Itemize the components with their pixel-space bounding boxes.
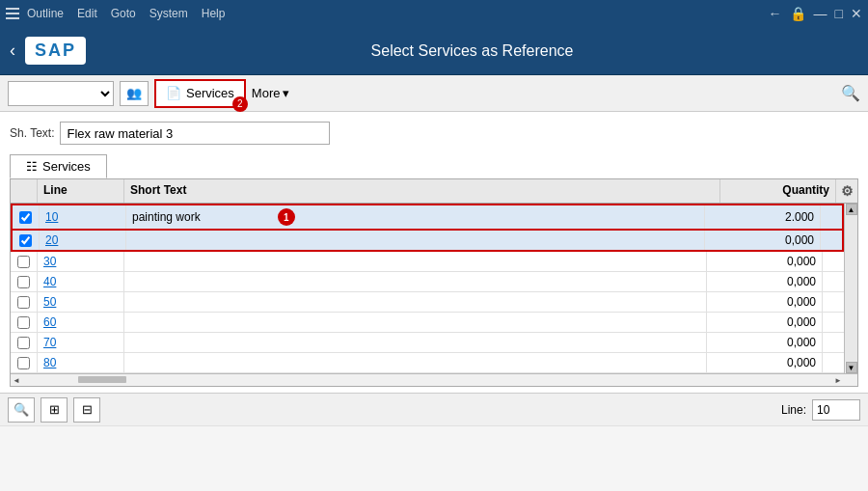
tab-label: Services (42, 159, 91, 174)
zoom-button[interactable]: 🔍 (8, 397, 35, 423)
row-5-checkbox[interactable] (17, 296, 30, 309)
horizontal-scrollbar[interactable]: ◄ ► (11, 373, 857, 386)
menu-outline[interactable]: Outline (27, 7, 64, 20)
row-2-checkbox[interactable] (19, 234, 32, 247)
services-tab[interactable]: ☷ Services (10, 154, 107, 178)
table-row: 10 painting work 1 2.000 (11, 204, 844, 231)
scroll-right-btn[interactable]: ► (834, 376, 842, 385)
window-controls: ← 🔒 — □ ✕ (769, 6, 862, 21)
grid-view-button[interactable]: ⊞ (41, 397, 68, 423)
toolbar-people-btn[interactable]: 👥 (120, 81, 149, 106)
row-1-shorttext: painting work 1 (126, 205, 705, 229)
row-1-line: 10 (40, 205, 126, 229)
row-1-quantity: 2.000 (705, 205, 821, 229)
scroll-up-btn[interactable]: ▲ (846, 204, 857, 215)
back-button[interactable]: ‹ (10, 41, 15, 61)
minimize-btn[interactable]: — (814, 6, 827, 21)
table-row: 60 0,000 (11, 313, 844, 333)
h-scroll-thumb[interactable] (78, 376, 126, 383)
scroll-left-btn[interactable]: ◄ (13, 376, 20, 385)
row-1-scroll (821, 205, 842, 229)
list-icon: ⊟ (82, 402, 93, 417)
grid-icon: ⊞ (49, 402, 60, 417)
services-badge: 2 (232, 96, 248, 112)
menu-goto[interactable]: Goto (111, 7, 136, 20)
line-input[interactable] (812, 399, 860, 421)
toolbar: 👥 📄 Services 2 More ▾ 🔍 (0, 75, 868, 112)
sh-text-label: Sh. Text: (10, 126, 54, 140)
table-row: 20 0,000 (11, 231, 844, 252)
menu-bar: Outline Edit Goto System Help (27, 7, 225, 20)
prev-window-btn[interactable]: ← (769, 6, 782, 21)
window-title: Select Services as Reference (86, 42, 858, 60)
table-row: 40 0,000 (11, 272, 844, 292)
sap-header: ‹ SAP Select Services as Reference (0, 27, 868, 75)
table-row: 50 0,000 (11, 292, 844, 313)
chevron-down-icon: ▾ (283, 86, 289, 100)
row-4-checkbox[interactable] (17, 276, 30, 288)
more-label: More (252, 86, 281, 100)
row-8-checkbox[interactable] (17, 357, 30, 369)
col-line: Line (38, 179, 124, 203)
search-button[interactable]: 🔍 (841, 84, 860, 102)
row-1-checkbox[interactable] (19, 211, 32, 224)
more-button[interactable]: More ▾ (252, 86, 290, 100)
row-2-quantity: 0,000 (705, 231, 821, 250)
table-row: 30 0,000 (11, 252, 844, 272)
menu-help[interactable]: Help (202, 7, 226, 20)
table-row: 80 0,000 (11, 353, 844, 373)
row-2-checkbox-cell[interactable] (13, 231, 40, 250)
tab-bar: ☷ Services (10, 154, 858, 178)
sh-text-row: Sh. Text: (10, 118, 858, 149)
row-2-shorttext (126, 231, 705, 250)
row-7-checkbox[interactable] (17, 337, 30, 349)
vertical-scrollbar[interactable]: ▲ ▼ (844, 204, 857, 373)
content-area: Sh. Text: ☷ Services Line Short Text Qua… (0, 112, 868, 393)
table-header: Line Short Text Quantity ⚙ (11, 179, 857, 204)
tab-grid-icon: ☷ (26, 159, 38, 174)
maximize-btn[interactable]: □ (835, 6, 843, 21)
col-settings[interactable]: ⚙ (836, 179, 857, 203)
sh-text-input[interactable] (60, 122, 330, 145)
services-tab-label: Services (186, 86, 234, 100)
people-icon: 👥 (126, 86, 142, 100)
lock-icon[interactable]: 🔒 (790, 6, 806, 21)
menu-edit[interactable]: Edit (77, 7, 97, 20)
row-1-checkbox-cell[interactable] (13, 205, 40, 229)
annotation-1: 1 (278, 208, 295, 226)
menu-system[interactable]: System (149, 7, 188, 20)
sap-logo: SAP (25, 37, 86, 65)
row-2-line: 20 (40, 231, 126, 250)
col-short-text: Short Text (124, 179, 720, 203)
close-btn[interactable]: ✕ (851, 6, 862, 21)
row-2-scroll (821, 231, 842, 250)
line-label: Line: (781, 403, 806, 417)
services-table: Line Short Text Quantity ⚙ 10 painting w… (10, 178, 858, 387)
col-quantity: Quantity (720, 179, 836, 203)
row-3-checkbox[interactable] (17, 256, 30, 268)
title-bar: Outline Edit Goto System Help ← 🔒 — □ ✕ (0, 0, 868, 27)
search-icon: 🔍 (841, 85, 860, 101)
bottom-bar: 🔍 ⊞ ⊟ Line: (0, 393, 868, 425)
hamburger-menu[interactable] (6, 8, 19, 19)
list-view-button[interactable]: ⊟ (73, 397, 100, 423)
zoom-icon: 🔍 (14, 402, 29, 417)
toolbar-select[interactable] (8, 81, 114, 106)
services-tab-button[interactable]: 📄 Services 2 (154, 79, 246, 108)
scroll-down-btn[interactable]: ▼ (846, 362, 857, 373)
table-row: 70 0,000 (11, 333, 844, 353)
services-doc-icon: 📄 (166, 86, 181, 100)
col-checkbox (11, 179, 38, 203)
row-6-checkbox[interactable] (17, 316, 30, 329)
status-area (0, 425, 868, 478)
